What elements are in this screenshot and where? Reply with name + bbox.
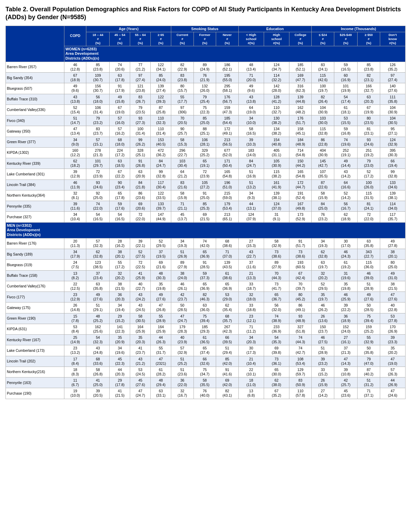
cell-i1: 46(27.5)	[312, 335, 334, 345]
cell-s3: 185(54.4)	[216, 115, 239, 126]
cell-i4: 104(30.9)	[380, 104, 405, 115]
age-sub2: 45 – 54#(%)	[110, 32, 130, 46]
cell-a1: 74(22.0)	[86, 201, 110, 212]
cell-i2: 53(15.5)	[334, 115, 357, 126]
district-name: Gateway (350)	[6, 126, 64, 137]
cell-a4: 122(39.3)	[151, 94, 171, 104]
cell-a4: 164(25.9)	[151, 324, 171, 334]
cell-i3: 80(23.5)	[358, 115, 380, 126]
cell-a1: 48(25.2)	[86, 313, 110, 324]
cell-s1: 38(24.0)	[171, 270, 194, 281]
cell-copd: 39(11.6)	[64, 201, 86, 212]
cell-e3: 86(49.1)	[289, 302, 312, 313]
cell-s2: 59(37.3)	[194, 270, 216, 281]
table-row: Barren River (357)46(12.8)85(23.8)74(20.…	[6, 62, 406, 72]
cell-e2: 124(34.7)	[264, 62, 289, 72]
cell-e2: 73(36.1)	[264, 356, 289, 367]
cell-e3: 110(57.8)	[289, 388, 312, 399]
cell-s3: 213(65.1)	[216, 212, 239, 222]
cell-i3: 115(36.0)	[358, 260, 380, 270]
cell-a3: 77(21.2)	[130, 62, 151, 72]
cell-i3: 81(24.1)	[358, 201, 380, 212]
cell-s2: 85(25.0)	[194, 115, 216, 126]
inc-sub4: Don'tknow#(%)	[380, 32, 405, 46]
cell-e1: 37(11.6)	[238, 260, 264, 270]
cell-e1: 51(13.2)	[238, 180, 264, 190]
smoking-header: Smoking Status	[171, 26, 239, 32]
cell-a3: 69(20.6)	[130, 201, 151, 212]
cell-s1: 103(30.4)	[171, 158, 194, 169]
cell-i1: 115(42.6)	[312, 73, 334, 83]
cell-a4: 122(34.1)	[151, 62, 171, 72]
cell-i2: 27(16.1)	[334, 335, 357, 345]
cell-i4: 99(32.8)	[380, 169, 405, 180]
cell-i1: 107(35.5)	[312, 169, 334, 180]
education-header: Education	[238, 26, 312, 32]
cell-e1: 27(15.3)	[238, 238, 264, 249]
cell-a3: 91(26.8)	[130, 158, 151, 169]
cell-i1: 100(19.7)	[312, 83, 334, 94]
cell-e2: 134(38.2)	[264, 126, 289, 137]
cell-a2: 36(20.3)	[110, 292, 130, 302]
cell-s2: 106(28.1)	[194, 137, 216, 147]
cell-e3: 191(52.4)	[289, 190, 312, 201]
cell-e2: 124(37.0)	[264, 201, 289, 212]
cell-e1: 71(11.2)	[238, 324, 264, 334]
cell-copd: 46(12.8)	[64, 62, 86, 72]
cell-a4: 99(32.8)	[151, 169, 171, 180]
table-title: Table 2. Overall Population Demographics…	[5, 5, 406, 22]
cell-a3: 58(30.5)	[130, 313, 151, 324]
cell-i4: 133(34.6)	[380, 180, 405, 190]
cell-s3: 295(58.1)	[216, 83, 239, 94]
cell-e2: 89(27.9)	[264, 260, 289, 270]
cell-a4: 472(36.2)	[151, 147, 171, 158]
cell-e1: 18(11.0)	[238, 378, 264, 388]
cell-a2: 45(22.3)	[110, 356, 130, 367]
age-header: Age (Years)	[86, 26, 171, 32]
cell-i1: 46(26.2)	[312, 302, 334, 313]
cell-i3: 75(39.4)	[358, 313, 380, 324]
cell-i1: 103(30.0)	[312, 115, 334, 126]
cell-e1: 124(37.9)	[238, 212, 264, 222]
cell-e1: 21(10.4)	[238, 356, 264, 367]
cell-a3: 63(20.9)	[130, 169, 151, 180]
cell-i4: 47(27.6)	[380, 292, 405, 302]
cell-i2: 59(16.8)	[334, 126, 357, 137]
ed-sub2: Highschool#(%)	[264, 32, 289, 46]
cell-copd: 49(9.6)	[64, 83, 86, 94]
cell-s3: 165(54.8)	[216, 169, 239, 180]
cell-e2: 56(32.0)	[264, 302, 289, 313]
cell-a1: 162(25.6)	[86, 324, 110, 334]
cell-e1: 21(13.3)	[238, 270, 264, 281]
cell-copd: 34(10.4)	[64, 212, 86, 222]
cell-e3: 185(52.1)	[289, 62, 312, 72]
cell-copd: 24(7.5)	[64, 260, 86, 270]
cell-s1: 36(22.0)	[171, 378, 194, 388]
cell-s2: 75(22.3)	[194, 104, 216, 115]
cell-i2: 36(18.9)	[334, 313, 357, 324]
cell-i2: 52(14.2)	[334, 190, 357, 201]
district-name: Cumberland Valley(176)	[6, 281, 64, 292]
table-row: Buffalo Trace (158)13(8.2)37(23.4)32(20.…	[6, 270, 406, 281]
cell-a4: 153(40.5)	[151, 137, 171, 147]
table-row: Big Sandy (189)34(17.9)62(32.8)38(20.1)5…	[6, 249, 406, 260]
cell-a2: 55(17.2)	[110, 260, 130, 270]
cell-i1: 52(29.5)	[312, 281, 334, 292]
cell-a3: 100(31.4)	[130, 126, 151, 137]
cell-e2: 161(41.9)	[264, 180, 289, 190]
cell-a4: 85(24.0)	[151, 73, 171, 83]
cell-copd: 13(8.2)	[64, 270, 86, 281]
cell-e2: 54(35.3)	[264, 335, 289, 345]
cell-a2: 90(23.4)	[110, 180, 130, 190]
district-name: Barren River (176)	[6, 238, 64, 249]
district-name: Barren River (357)	[6, 62, 64, 72]
cell-s1: 40(23.9)	[171, 335, 194, 345]
cell-e2: 142(28.0)	[264, 83, 289, 94]
table-row: Purchase (327)34(10.4)54(16.5)54(16.5)72…	[6, 212, 406, 222]
cell-a4: 69(21.6)	[151, 260, 171, 270]
cell-e3: 176(51.7)	[289, 115, 312, 126]
cell-a3: 164(25.9)	[130, 324, 151, 334]
cell-a2: 67(19.0)	[110, 104, 130, 115]
cell-a2: 28(16.2)	[110, 238, 130, 249]
cell-a1: 62(32.8)	[86, 249, 110, 260]
